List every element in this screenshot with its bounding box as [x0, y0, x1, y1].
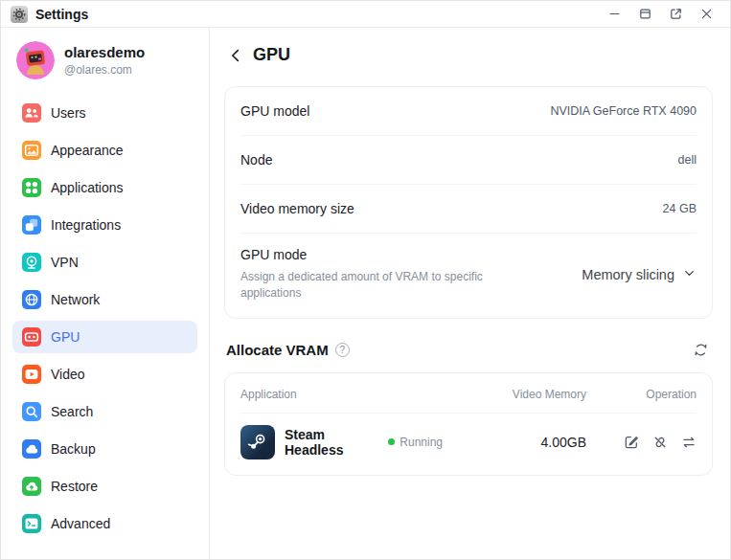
sidebar-item-backup[interactable]: Backup [12, 433, 197, 465]
app-icon-steam-headless [240, 425, 275, 459]
advanced-icon [22, 514, 41, 533]
info-row-video-memory-size: Video memory size24 GB [240, 185, 697, 234]
page-title: GPU [253, 45, 290, 65]
video-icon [22, 365, 41, 384]
main-content: GPU GPU modelNVIDIA GeForce RTX 4090Node… [210, 28, 730, 559]
row-label: Video memory size [240, 201, 354, 216]
row-label: Node [240, 152, 272, 168]
status-dot-icon [388, 438, 395, 445]
restore-icon [22, 477, 41, 496]
status-badge: Running [388, 436, 443, 449]
sidebar-item-gpu[interactable]: GPU [12, 321, 197, 353]
table-body: Steam Headless Running 4.00GB [240, 414, 697, 475]
app-name: Steam Headless [285, 427, 373, 458]
minimize-icon[interactable] [602, 4, 627, 25]
refresh-icon[interactable] [690, 340, 711, 361]
close-icon[interactable] [694, 4, 719, 25]
restore-window-icon[interactable] [632, 4, 657, 25]
col-application: Application [240, 388, 443, 401]
vram-table: Application Video Memory Operation Steam… [224, 372, 713, 476]
sidebar-item-restore[interactable]: Restore [12, 470, 197, 503]
window-title: Settings [35, 7, 88, 22]
col-operation: Operation [586, 388, 697, 401]
open-in-new-icon[interactable] [663, 4, 688, 25]
help-icon[interactable]: ? [335, 343, 350, 357]
sidebar-item-search[interactable]: Search [12, 395, 197, 428]
gpu-info-card: GPU modelNVIDIA GeForce RTX 4090Nodedell… [224, 86, 713, 319]
users-icon [22, 103, 41, 123]
appearance-icon [22, 141, 41, 160]
info-row-gpu-mode: GPU modeAssign a dedicated amount of VRA… [240, 234, 697, 318]
table-row-steam-headless: Steam Headless Running 4.00GB [240, 414, 697, 475]
col-video-memory: Video Memory [443, 388, 586, 401]
user-card[interactable]: olaresdemo @olares.com [12, 39, 197, 97]
row-value: 24 GB [663, 202, 697, 215]
backup-icon [22, 439, 41, 459]
sidebar-item-video[interactable]: Video [12, 358, 197, 391]
sidebar-item-vpn[interactable]: VPN [12, 246, 197, 279]
unbind-icon[interactable] [651, 434, 668, 450]
row-value: dell [678, 153, 697, 167]
back-icon[interactable] [226, 46, 245, 65]
video-memory-value: 4.00GB [443, 435, 586, 450]
sidebar-item-integrations[interactable]: Integrations [12, 209, 197, 241]
info-row-gpu-model: GPU modelNVIDIA GeForce RTX 4090 [240, 87, 697, 136]
settings-app-icon [11, 6, 28, 23]
search-icon [22, 402, 41, 421]
gpu-mode-select[interactable]: Memory slicing [582, 266, 697, 283]
vpn-icon [22, 253, 41, 272]
sidebar: olaresdemo @olares.com UsersAppearanceAp… [1, 28, 210, 559]
integrations-icon [22, 215, 41, 235]
row-description: Assign a dedicated amount of VRAM to spe… [240, 269, 509, 302]
user-avatar [16, 41, 55, 79]
settings-window: Settings [0, 0, 731, 560]
sidebar-nav: UsersAppearanceApplicationsIntegrationsV… [12, 97, 197, 540]
sidebar-item-users[interactable]: Users [12, 97, 197, 129]
user-name: olaresdemo [64, 44, 145, 61]
user-handle: @olares.com [64, 63, 145, 77]
row-label: GPU model [240, 103, 309, 119]
titlebar: Settings [1, 1, 730, 28]
row-label: GPU mode [240, 247, 509, 262]
restart-icon[interactable] [680, 434, 697, 450]
edit-icon[interactable] [623, 434, 639, 450]
table-header: Application Video Memory Operation [240, 373, 697, 414]
network-icon [22, 290, 41, 309]
row-value: NVIDIA GeForce RTX 4090 [550, 104, 697, 118]
gpu-icon [22, 327, 41, 347]
selected-option: Memory slicing [582, 267, 674, 282]
sidebar-item-applications[interactable]: Applications [12, 171, 197, 204]
applications-icon [22, 178, 41, 197]
sidebar-item-network[interactable]: Network [12, 283, 197, 316]
sidebar-item-appearance[interactable]: Appearance [12, 134, 197, 167]
info-row-node: Nodedell [240, 136, 697, 185]
allocate-vram-title: Allocate VRAM [226, 342, 329, 358]
chevron-down-icon [682, 266, 697, 283]
sidebar-item-advanced[interactable]: Advanced [12, 507, 197, 540]
